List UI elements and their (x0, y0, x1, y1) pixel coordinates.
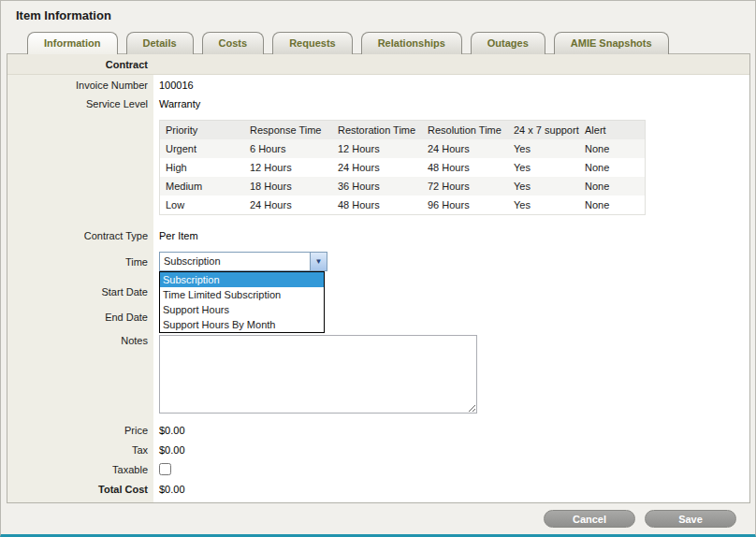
total-cost-value: $0.00 (159, 484, 185, 495)
table-cell: 18 Hours (244, 177, 332, 196)
table-cell: 24 Hours (422, 139, 508, 158)
contract-section-label: Contract (7, 54, 148, 75)
tab-outages[interactable]: Outages (471, 32, 545, 54)
sla-table-header-row: Priority Response Time Restoration Time … (160, 121, 645, 139)
end-date-label: End Date (7, 312, 148, 323)
table-cell: 12 Hours (244, 158, 332, 177)
taxable-row: Taxable (7, 463, 749, 475)
table-cell: Low (160, 196, 244, 214)
table-cell: High (160, 158, 244, 177)
service-level-row: Service Level Warranty (7, 98, 749, 109)
tax-label: Tax (7, 444, 148, 456)
chevron-down-icon[interactable]: ▼ (310, 253, 327, 270)
item-information-window: Item Information Information Details Cos… (0, 0, 756, 537)
table-row: High 12 Hours 24 Hours 48 Hours Yes None (160, 158, 645, 177)
total-cost-row: Total Cost $0.00 (7, 484, 749, 495)
table-cell: 6 Hours (244, 139, 332, 158)
table-cell: Urgent (160, 139, 244, 158)
table-cell: 96 Hours (422, 196, 508, 214)
table-cell: 24 Hours (332, 158, 422, 177)
invoice-number-value: 100016 (159, 80, 194, 91)
table-cell: None (579, 139, 647, 158)
end-date-row: End Date (7, 312, 749, 323)
time-row: Time Subscription ▼ (7, 252, 749, 271)
service-level-label: Service Level (7, 98, 148, 109)
tab-requests[interactable]: Requests (272, 32, 353, 54)
sla-header-restoration: Restoration Time (332, 121, 422, 139)
cancel-button[interactable]: Cancel (544, 510, 635, 528)
time-label: Time (7, 256, 148, 268)
table-row: Low 24 Hours 48 Hours 96 Hours Yes None (160, 196, 645, 214)
total-cost-label: Total Cost (7, 484, 148, 495)
dropdown-option[interactable]: Time Limited Subscription (160, 287, 324, 302)
tax-value: $0.00 (159, 444, 185, 456)
sla-header-resolution: Resolution Time (422, 121, 508, 139)
taxable-label: Taxable (7, 464, 148, 475)
price-value: $0.00 (159, 425, 185, 436)
dropdown-option[interactable]: Support Hours (160, 302, 324, 317)
table-cell: Medium (160, 177, 244, 196)
table-cell: 36 Hours (332, 177, 422, 196)
dropdown-option[interactable]: Subscription (160, 272, 324, 287)
table-cell: None (579, 158, 647, 177)
notes-row: Notes (7, 335, 749, 414)
table-cell: Yes (508, 196, 579, 214)
time-select-value: Subscription (160, 253, 310, 270)
sla-header-support: 24 x 7 support (508, 121, 579, 139)
contract-section-header: Contract (7, 54, 749, 75)
start-date-label: Start Date (7, 286, 148, 298)
sla-table: Priority Response Time Restoration Time … (159, 120, 646, 215)
taxable-checkbox[interactable] (159, 463, 171, 475)
table-cell: 48 Hours (422, 158, 508, 177)
price-label: Price (7, 425, 148, 436)
contract-form-panel: Contract Invoice Number 100016 Service L… (7, 53, 750, 503)
save-button[interactable]: Save (645, 510, 736, 528)
invoice-number-label: Invoice Number (7, 80, 148, 91)
table-row: Medium 18 Hours 36 Hours 72 Hours Yes No… (160, 177, 645, 196)
table-row: Urgent 6 Hours 12 Hours 24 Hours Yes Non… (160, 139, 645, 158)
tab-costs[interactable]: Costs (202, 32, 265, 54)
table-cell: 12 Hours (332, 139, 422, 158)
invoice-number-row: Invoice Number 100016 (7, 80, 749, 91)
table-cell: Yes (508, 158, 579, 177)
table-cell: 24 Hours (244, 196, 332, 214)
contract-type-value: Per Item (159, 230, 198, 241)
start-date-row: Start Date (7, 286, 749, 298)
tax-row: Tax $0.00 (7, 444, 749, 456)
tab-relationships[interactable]: Relationships (361, 32, 462, 54)
tab-information[interactable]: Information (27, 32, 118, 54)
tab-amie-snapshots[interactable]: AMIE Snapshots (554, 32, 669, 54)
table-cell: None (579, 177, 647, 196)
notes-label: Notes (7, 335, 148, 346)
time-select[interactable]: Subscription ▼ (159, 252, 327, 271)
price-row: Price $0.00 (7, 425, 749, 436)
tab-bar: Information Details Costs Requests Relat… (27, 32, 669, 54)
dropdown-option[interactable]: Support Hours By Month (160, 317, 324, 332)
table-cell: 48 Hours (332, 196, 422, 214)
table-cell: Yes (508, 177, 579, 196)
table-cell: None (579, 196, 647, 214)
sla-header-response: Response Time (244, 121, 332, 139)
notes-textarea[interactable] (159, 335, 477, 414)
table-cell: Yes (508, 139, 579, 158)
sla-header-alert: Alert (579, 121, 647, 139)
page-title: Item Information (16, 8, 111, 22)
time-dropdown-list: Subscription Time Limited Subscription S… (159, 271, 325, 333)
table-cell: 72 Hours (422, 177, 508, 196)
tab-details[interactable]: Details (126, 32, 194, 54)
contract-type-row: Contract Type Per Item (7, 230, 749, 241)
service-level-value: Warranty (159, 98, 200, 109)
sla-header-priority: Priority (160, 121, 244, 139)
contract-type-label: Contract Type (7, 230, 148, 241)
